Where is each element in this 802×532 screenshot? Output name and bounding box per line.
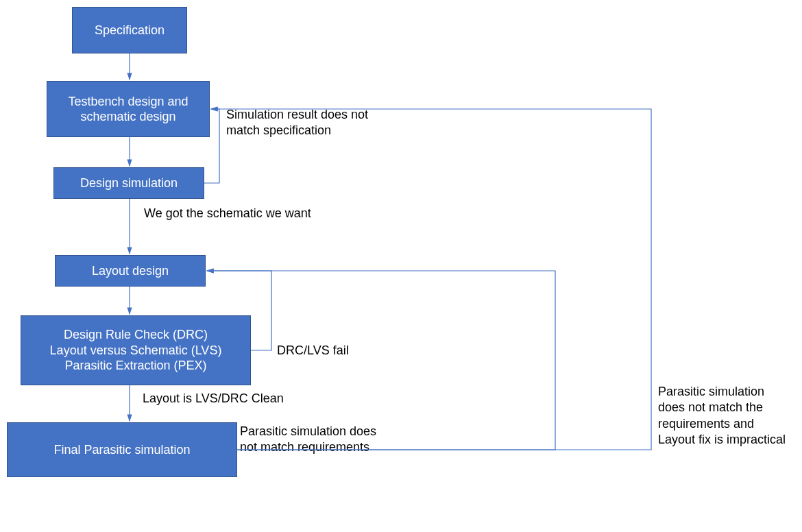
label-parasitic-no-match: Parasitic simulation does not match requ… <box>240 424 384 456</box>
label-layout-clean-text: Layout is LVS/DRC Clean <box>143 391 284 405</box>
label-sim-no-match: Simulation result does not match specifi… <box>226 107 384 139</box>
node-specification-label: Specification <box>95 23 165 38</box>
node-testbench-label: Testbench design and schematic design <box>53 94 204 125</box>
label-sim-no-match-text: Simulation result does not match specifi… <box>226 108 368 137</box>
node-testbench: Testbench design and schematic design <box>47 81 210 137</box>
label-drc-fail-text: DRC/LVS fail <box>277 343 349 357</box>
label-parasitic-no-match-text: Parasitic simulation does not match requ… <box>240 424 376 454</box>
node-final-parasitic-label: Final Parasitic simulation <box>53 442 190 458</box>
node-layout-design: Layout design <box>55 255 206 287</box>
node-design-simulation: Design simulation <box>53 167 204 199</box>
node-drc-lvs-pex: Design Rule Check (DRC) Layout versus Sc… <box>21 315 251 385</box>
label-drc-fail: DRC/LVS fail <box>277 343 387 359</box>
label-parasitic-impractical-text: Parasitic simulation does not match the … <box>658 385 786 446</box>
node-layout-design-label: Layout design <box>92 263 169 279</box>
node-drc-lvs-pex-label: Design Rule Check (DRC) Layout versus Sc… <box>50 327 222 374</box>
label-layout-clean: Layout is LVS/DRC Clean <box>143 391 321 407</box>
label-got-schematic: We got the schematic we want <box>144 206 363 221</box>
node-design-simulation-label: Design simulation <box>80 176 178 191</box>
label-parasitic-impractical: Parasitic simulation does not match the … <box>658 384 788 448</box>
label-got-schematic-text: We got the schematic we want <box>144 206 311 220</box>
node-specification: Specification <box>72 7 187 53</box>
node-final-parasitic: Final Parasitic simulation <box>7 422 237 477</box>
